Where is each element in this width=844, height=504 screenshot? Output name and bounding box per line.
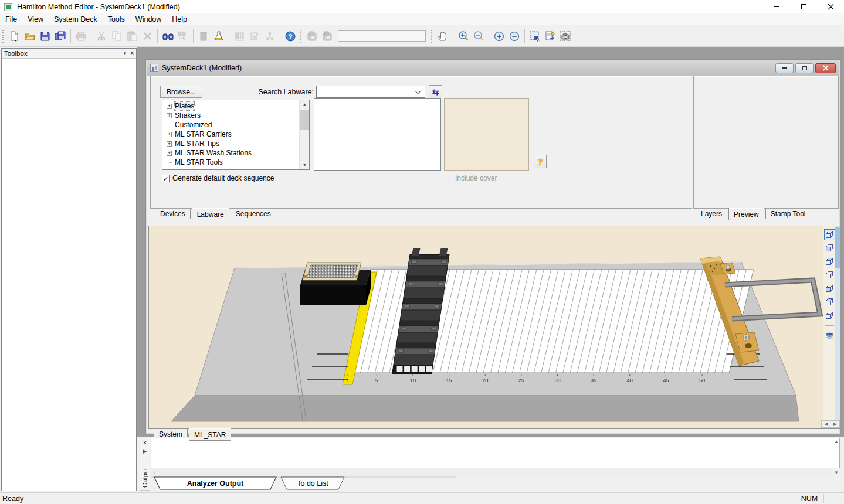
maximize-button[interactable] <box>790 0 817 13</box>
deck-window-titlebar[interactable]: SystemDeck1 (Modified) <box>147 60 839 76</box>
output-expand-icon[interactable]: ▶ <box>143 448 147 454</box>
tree-item-shakers[interactable]: +Shakers <box>163 111 299 120</box>
expand-plus-icon[interactable]: + <box>167 132 172 137</box>
swap-search-button[interactable]: ⇆ <box>429 85 442 98</box>
tab-layers[interactable]: Layers <box>696 209 727 219</box>
deck-close-button[interactable] <box>815 63 836 73</box>
tree-item-ml-star-carriers[interactable]: +ML STAR Carriers <box>163 130 299 139</box>
zoom-out-icon <box>473 30 484 42</box>
new-button[interactable] <box>7 29 22 44</box>
sim-unlock-green-button <box>305 29 320 44</box>
save-all-button[interactable] <box>53 29 68 44</box>
fit-to-selection-button[interactable] <box>527 29 543 44</box>
view-iso-7-button[interactable] <box>824 310 835 321</box>
output-vertical-scroll[interactable]: ▲▼ <box>833 439 840 475</box>
menu-item-help[interactable]: Help <box>167 13 192 25</box>
tab-ml-star[interactable]: ML_STAR <box>189 428 231 441</box>
tree-scrollbar[interactable]: ▲ ▼ <box>299 100 309 169</box>
menu-item-window[interactable]: Window <box>130 13 167 25</box>
view-iso-2-button[interactable] <box>824 243 835 254</box>
search-labware-combobox[interactable] <box>316 86 425 98</box>
tree-leaf-dash <box>167 125 172 125</box>
save-button[interactable] <box>38 29 53 44</box>
layers-view-button[interactable] <box>824 329 835 340</box>
toolbox-dropdown-icon[interactable]: ▾ <box>124 50 126 56</box>
tab-sequences[interactable]: Sequences <box>231 209 276 219</box>
view-iso-4-button[interactable] <box>824 270 835 281</box>
delete-icon <box>143 32 152 40</box>
scrollbar-thumb[interactable] <box>835 227 840 268</box>
deck-3d-view[interactable]: 15101520253035404550 ◀▶ <box>148 226 840 429</box>
pan-button[interactable] <box>435 29 450 44</box>
deck-restore-button[interactable] <box>795 63 814 73</box>
browse-button[interactable]: Browse... <box>160 86 202 98</box>
expand-plus-button[interactable] <box>492 29 507 44</box>
close-icon <box>828 4 834 10</box>
deck-minimize-button[interactable] <box>775 63 794 73</box>
zoom-in-button[interactable] <box>456 29 471 44</box>
menu-item-file[interactable]: File <box>0 13 22 25</box>
tree-item-customized[interactable]: Customized <box>163 120 299 130</box>
save-icon <box>40 31 50 42</box>
toolbox-body <box>2 59 136 491</box>
sim-unlock-red-icon <box>323 31 333 42</box>
export-deck-button[interactable] <box>543 29 558 44</box>
context-help-button[interactable]: ? <box>534 155 547 168</box>
view-iso-6-button[interactable] <box>824 297 835 308</box>
tree-item-ml-star-tips[interactable]: +ML STAR Tips <box>163 139 299 148</box>
toolbar-grip[interactable] <box>430 29 433 43</box>
output-hscrollbar[interactable]: ‹ <box>151 469 831 476</box>
menu-item-system-deck[interactable]: System Deck <box>49 13 103 25</box>
scroll-up-icon[interactable]: ▲ <box>300 100 310 109</box>
output-close-icon[interactable]: × <box>143 440 147 446</box>
zoom-out-button[interactable] <box>471 29 486 44</box>
tab-stamp-tool[interactable]: Stamp Tool <box>765 209 811 219</box>
expand-plus-icon <box>494 31 504 42</box>
deck-vertical-scrollbar[interactable] <box>835 226 840 428</box>
expand-plus-icon[interactable]: + <box>167 151 172 156</box>
scrollbar-thumb[interactable] <box>300 110 309 130</box>
tree-item-plates[interactable]: +Plates <box>163 101 299 111</box>
num-lock-indicator: NUM <box>795 495 823 503</box>
menu-item-view[interactable]: View <box>22 13 49 25</box>
expand-plus-icon[interactable]: + <box>167 141 172 147</box>
deck-scene[interactable]: 15101520253035404550 <box>149 226 823 428</box>
view-iso-5-button[interactable] <box>824 283 835 294</box>
tab-labware[interactable]: Labware <box>192 208 229 220</box>
toolbar-address-input[interactable] <box>338 30 426 42</box>
tree-item-ml-star-wash-stations[interactable]: +ML STAR Wash Stations <box>163 148 299 158</box>
labware-tree[interactable]: +Plates+ShakersCustomized+ML STAR Carrie… <box>162 100 310 170</box>
tab-preview[interactable]: Preview <box>728 208 764 220</box>
menu-item-tools[interactable]: Tools <box>103 13 130 25</box>
instrument-view-button <box>232 29 247 44</box>
tree-item-ml-star-tools[interactable]: ML STAR Tools <box>163 158 299 167</box>
labware-flask-button[interactable] <box>211 29 226 44</box>
output-content-area[interactable] <box>151 438 840 468</box>
minimize-button[interactable] <box>763 0 790 13</box>
expand-plus-icon[interactable]: + <box>167 104 172 109</box>
chevron-down-icon[interactable] <box>415 88 421 94</box>
expand-plus-icon[interactable]: + <box>167 113 172 118</box>
close-button[interactable] <box>817 0 844 13</box>
generate-default-checkbox[interactable]: ✓ <box>162 175 170 182</box>
collapse-minus-button[interactable] <box>507 29 522 44</box>
deck-horizontal-scroll-arrows[interactable]: ◀▶ <box>821 420 840 428</box>
view-iso-3-button[interactable] <box>824 256 835 267</box>
tab-devices[interactable]: Devices <box>155 209 191 219</box>
view-iso-1-button[interactable] <box>824 229 835 240</box>
analyzer-output-label[interactable]: Analyzer Output <box>187 479 244 488</box>
toolbar-grip[interactable] <box>2 29 5 43</box>
svg-text:30: 30 <box>554 377 560 383</box>
tree-item-label: ML STAR Carriers <box>175 130 232 138</box>
open-button[interactable] <box>22 29 38 44</box>
cut-button <box>94 29 109 44</box>
snapshot-camera-button[interactable] <box>558 29 573 44</box>
to-do-list-label[interactable]: To do List <box>297 479 328 488</box>
toolbox-close-icon[interactable]: × <box>130 50 134 56</box>
scroll-down-icon[interactable]: ▼ <box>300 161 310 169</box>
labware-list[interactable] <box>314 98 441 171</box>
toolbar-grip[interactable] <box>300 29 303 43</box>
cut-icon <box>97 31 106 41</box>
find-button[interactable] <box>160 29 175 44</box>
help-button[interactable]: ? <box>283 29 298 44</box>
